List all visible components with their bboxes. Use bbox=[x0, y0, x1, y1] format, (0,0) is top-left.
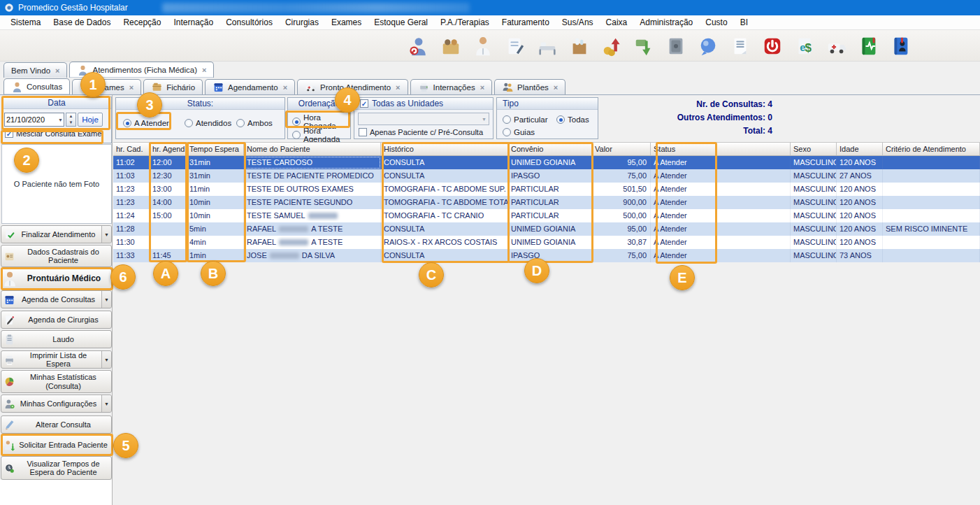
menu-sistema[interactable]: Sistema bbox=[4, 16, 47, 29]
all-units-checkbox[interactable]: ✓ bbox=[360, 99, 368, 108]
today-button[interactable]: Hoje bbox=[78, 113, 103, 127]
column-header-sexo[interactable]: Sexo bbox=[791, 143, 837, 155]
revenue-up-icon[interactable] bbox=[600, 33, 624, 59]
dropdown-arrow-icon[interactable]: ▼ bbox=[101, 291, 111, 308]
radio-atendidos-dot[interactable] bbox=[185, 119, 193, 127]
dropdown-arrow-icon[interactable]: ▼ bbox=[101, 351, 111, 368]
menu-base-de-dados[interactable]: Base de Dados bbox=[47, 16, 117, 29]
radio-todas-dot[interactable] bbox=[556, 115, 565, 124]
menu-bi[interactable]: BI bbox=[734, 16, 754, 29]
logoff-icon[interactable] bbox=[761, 33, 784, 59]
close-tab-icon[interactable]: × bbox=[283, 83, 287, 92]
close-tab-icon[interactable]: × bbox=[202, 66, 206, 74]
spinner-down-icon[interactable]: ▼ bbox=[66, 120, 75, 126]
table-row[interactable]: 11:285minRAFAELA TESTECONSULTAUNIMED GOI… bbox=[113, 222, 980, 236]
radio-a-atender[interactable]: A Atender bbox=[123, 119, 169, 127]
table-row[interactable]: 11:0312:3031minTESTE DE PACIENTE PROMEDI… bbox=[113, 169, 980, 183]
minhas-estatisticas-consulta-button[interactable]: Minhas Estatísticas (Consulta) bbox=[1, 370, 112, 393]
spinner-up-icon[interactable]: ▲ bbox=[66, 113, 75, 120]
column-header-idade[interactable]: Idade bbox=[837, 143, 883, 155]
column-header-nome-do-paciente[interactable]: Nome do Paciente bbox=[244, 143, 381, 155]
ambulance-icon[interactable] bbox=[825, 33, 849, 59]
close-tab-icon[interactable]: × bbox=[129, 83, 134, 92]
menu-exames[interactable]: Exames bbox=[325, 16, 368, 29]
hospital-bed-icon[interactable] bbox=[535, 33, 559, 59]
patients-folder-icon[interactable] bbox=[439, 33, 463, 59]
close-tab-icon[interactable]: × bbox=[480, 83, 484, 92]
close-tab-icon[interactable]: × bbox=[55, 66, 59, 75]
vitals-agenda-icon[interactable] bbox=[857, 33, 881, 59]
menu-faturamento[interactable]: Faturamento bbox=[496, 16, 556, 29]
column-header-hr-cad[interactable]: hr. Cad. bbox=[113, 143, 150, 155]
date-spinner[interactable]: ▲ ▼ bbox=[66, 113, 76, 127]
prontuario-medico-button[interactable]: Prontuário Médico bbox=[1, 269, 112, 289]
radio-particular[interactable]: Particular bbox=[503, 115, 548, 124]
user-sync-icon[interactable] bbox=[407, 33, 431, 59]
menu-estoque-geral[interactable]: Estoque Geral bbox=[368, 16, 434, 29]
imprimir-lista-de-espera-button[interactable]: Imprimir Lista de Espera▼ bbox=[1, 350, 112, 369]
tab-bem-vindo[interactable]: Bem Vindo× bbox=[3, 62, 67, 78]
finalizar-atendimento-button[interactable]: Finalizar Atendimento▼ bbox=[1, 225, 112, 243]
e-billing-icon[interactable]: e$ bbox=[793, 33, 816, 59]
menu-internacao[interactable]: Internação bbox=[167, 16, 219, 29]
date-input[interactable] bbox=[4, 113, 64, 127]
table-row[interactable]: 11:2415:0010minTESTE SAMUELTOMOGRAFIA - … bbox=[113, 209, 980, 222]
tab-agendamento[interactable]: Agendamento× bbox=[205, 79, 295, 94]
tab-exames[interactable]: Exames× bbox=[72, 79, 141, 94]
table-row[interactable]: 11:3311:451minJOSEDA SILVACONSULTAIPASGO… bbox=[113, 249, 980, 262]
minhas-configuracoes-button[interactable]: Minhas Configurações▼ bbox=[1, 394, 112, 413]
column-header-tempo-espera[interactable]: Tempo Espera bbox=[187, 143, 244, 155]
tab-fichario[interactable]: Fichário bbox=[143, 79, 203, 94]
pre-consulta-checkbox[interactable]: ✓ bbox=[359, 128, 367, 136]
radio-particular-dot[interactable] bbox=[503, 115, 511, 124]
table-row[interactable]: 11:2313:0011minTESTE DE OUTROS EXAMESTOM… bbox=[113, 183, 980, 196]
radio-guias-dot[interactable] bbox=[503, 128, 511, 136]
tab-pronto-atendimento[interactable]: Pronto Atendimento× bbox=[297, 79, 408, 94]
column-header-historico[interactable]: Histórico bbox=[381, 143, 508, 155]
tab-plantoes[interactable]: Plantões× bbox=[494, 79, 565, 94]
radio-hora-agendada-dot[interactable] bbox=[292, 131, 301, 139]
menu-custo[interactable]: Custo bbox=[699, 16, 733, 29]
expense-down-icon[interactable] bbox=[632, 33, 656, 59]
table-row[interactable]: 11:2314:0010minTESTE PACIENTE SEGUNDOTOM… bbox=[113, 196, 980, 209]
dados-cadastrais-do-paciente-button[interactable]: Dados Cadastrais do Paciente bbox=[1, 245, 112, 267]
close-tab-icon[interactable]: × bbox=[396, 83, 400, 92]
column-header-status[interactable]: Status bbox=[651, 143, 791, 155]
merge-consulta-checkbox[interactable]: ✓ bbox=[5, 129, 13, 138]
laudo-button[interactable]: Laudo bbox=[1, 330, 112, 348]
dropdown-arrow-icon[interactable]: ▼ bbox=[101, 226, 111, 243]
tab-consultas[interactable]: Consultas bbox=[3, 78, 70, 94]
tab-atendimentos-ficha-medica[interactable]: Atendimentos (Ficha Médica)× bbox=[69, 62, 214, 78]
visualizar-tempos-de-espera-do-paciente-button[interactable]: Visualizar Tempos de Espera do Paciente bbox=[1, 456, 112, 480]
phonebook-icon[interactable] bbox=[889, 33, 913, 59]
menu-p-a-terapias[interactable]: P.A./Terapias bbox=[434, 16, 496, 29]
radio-guias[interactable]: Guias bbox=[503, 128, 535, 136]
tab-internacoes[interactable]: Internações× bbox=[410, 79, 493, 94]
close-tab-icon[interactable]: × bbox=[554, 83, 558, 92]
agenda-de-cirurgias-button[interactable]: Agenda de Cirurgias bbox=[1, 311, 112, 329]
alterar-consulta-button[interactable]: Alterar Consulta bbox=[1, 415, 112, 434]
radio-hora-agendada[interactable]: Hora Agendada bbox=[292, 127, 350, 143]
radio-a-atender-dot[interactable] bbox=[123, 119, 131, 127]
menu-caixa[interactable]: Caixa bbox=[600, 16, 634, 29]
radio-atendidos[interactable]: Atendidos bbox=[185, 119, 231, 127]
doctor-icon[interactable] bbox=[471, 33, 495, 59]
table-row[interactable]: 11:304minRAFAELA TESTERAIOS-X - RX ARCOS… bbox=[113, 236, 980, 249]
supplies-icon[interactable] bbox=[568, 33, 591, 59]
chat-icon[interactable] bbox=[696, 33, 720, 59]
column-header-valor[interactable]: Valor bbox=[592, 143, 651, 155]
radio-hora-chegada-dot[interactable] bbox=[292, 118, 301, 126]
invoice-icon[interactable] bbox=[728, 33, 752, 59]
safe-icon[interactable] bbox=[664, 33, 688, 59]
unit-select-dropdown-icon[interactable]: ▼ bbox=[482, 117, 487, 122]
menu-recepcao[interactable]: Recepção bbox=[117, 16, 167, 29]
agenda-de-consultas-button[interactable]: Agenda de Consultas▼ bbox=[1, 290, 112, 308]
column-header-criterio-de-atendimento[interactable]: Critério de Atendimento bbox=[883, 143, 980, 155]
dropdown-arrow-icon[interactable]: ▼ bbox=[101, 395, 111, 412]
radio-ambos[interactable]: Ambos bbox=[236, 119, 273, 127]
menu-administracao[interactable]: Administração bbox=[633, 16, 699, 29]
menu-cirurgias[interactable]: Cirurgias bbox=[279, 16, 325, 29]
column-header-convenio[interactable]: Convênio bbox=[508, 143, 592, 155]
menu-consultorios[interactable]: Consultórios bbox=[219, 16, 279, 29]
menu-sus-ans[interactable]: Sus/Ans bbox=[556, 16, 600, 29]
